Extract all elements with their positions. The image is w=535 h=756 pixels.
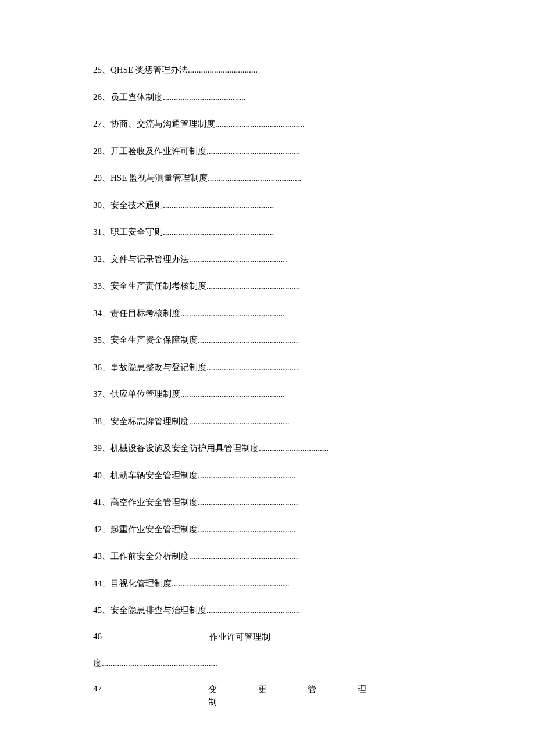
toc-dots: ........................................… bbox=[172, 579, 290, 588]
toc-title: HSE 监视与测量管理制度 bbox=[110, 173, 208, 182]
toc-title: 工作前安全分析制度 bbox=[110, 551, 189, 561]
toc-item: 41、高空作业安全管理制度...........................… bbox=[93, 496, 445, 508]
toc-title: 责任目标考核制度 bbox=[110, 309, 180, 318]
toc-dots: ........................................… bbox=[180, 389, 285, 399]
toc-dots: ........................................… bbox=[206, 146, 300, 156]
toc-item: 36、事故隐患整改与登记制度..........................… bbox=[93, 361, 445, 374]
toc-num: 30、 bbox=[93, 200, 110, 210]
toc-item: 39、机械设备设施及安全防护用具管理制度....................… bbox=[93, 442, 445, 454]
toc-dots: ...................................... bbox=[163, 92, 246, 102]
toc-title: 文件与记录管理办法 bbox=[110, 255, 189, 264]
toc-dots: ................................ bbox=[188, 65, 258, 74]
toc-num: 43、 bbox=[93, 551, 110, 561]
toc-dots: ........................................… bbox=[163, 200, 274, 210]
toc-item-46-cont: 度.......................................… bbox=[93, 657, 445, 669]
toc-title: 安全隐患排查与治理制度 bbox=[110, 605, 206, 615]
toc-title: 作业许可管理制 bbox=[209, 632, 270, 643]
toc-num: 26、 bbox=[93, 92, 110, 102]
toc-dots: ........................................… bbox=[180, 309, 285, 318]
toc-dots: ........................................… bbox=[198, 497, 298, 507]
toc-item: 43、工作前安全分析制度............................… bbox=[93, 550, 445, 562]
toc-dots: ........................................… bbox=[206, 281, 300, 291]
toc-item: 34、责任目标考核制度.............................… bbox=[93, 307, 445, 320]
toc-item: 25、QHSE 奖惩管理办法..........................… bbox=[93, 64, 445, 76]
toc-item: 28、开工验收及作业许可制度..........................… bbox=[93, 145, 445, 157]
toc-item: 32、文件与记录管理办法............................… bbox=[93, 253, 445, 266]
toc-item: 33、安全生产责任制考核制度..........................… bbox=[93, 280, 445, 292]
toc-item: 38、安全标志牌管理制度............................… bbox=[93, 415, 445, 428]
toc-num: 27、 bbox=[93, 119, 110, 128]
toc-item: 40、机动车辆安全管理制度...........................… bbox=[93, 470, 445, 482]
toc-title: 供应单位管理制度 bbox=[110, 389, 180, 399]
toc-char: 理 bbox=[358, 684, 408, 695]
toc-num: 41、 bbox=[93, 497, 110, 507]
toc-num: 37、 bbox=[93, 389, 110, 399]
toc-num: 39、 bbox=[93, 443, 110, 453]
toc-dots: ........................................… bbox=[198, 335, 298, 345]
toc-title: 目视化管理制度 bbox=[110, 579, 172, 588]
toc-item: 30、安全技术通则...............................… bbox=[93, 199, 445, 212]
toc-num: 32、 bbox=[93, 255, 110, 264]
toc-item: 26、员工查体制度...............................… bbox=[93, 91, 445, 103]
toc-num: 45、 bbox=[93, 605, 110, 615]
toc-dots: ........................................… bbox=[189, 551, 298, 561]
toc-item: 29、HSE 监视与测量管理制度........................… bbox=[93, 172, 445, 184]
toc-char: 管 bbox=[308, 684, 358, 695]
toc-item: 31、职工安全守则...............................… bbox=[93, 226, 445, 238]
toc-dots: ........................................… bbox=[206, 605, 300, 615]
toc-dots: ........................................… bbox=[102, 658, 217, 668]
toc-dots: ................................ bbox=[259, 443, 329, 453]
toc-num: 44、 bbox=[93, 579, 110, 588]
toc-dots: ........................................… bbox=[189, 417, 290, 426]
toc-title: 协商、交流与沟通管理制度 bbox=[110, 119, 215, 128]
toc-num: 36、 bbox=[93, 363, 110, 372]
toc-num: 34、 bbox=[93, 309, 110, 318]
toc-char: 变 bbox=[208, 684, 258, 695]
toc-dots: ........................................… bbox=[189, 255, 287, 264]
toc-title: 开工验收及作业许可制度 bbox=[110, 146, 206, 156]
toc-title: 职工安全守则 bbox=[110, 227, 163, 237]
toc-num: 46 bbox=[93, 632, 102, 643]
toc-item: 44、目视化管理制度..............................… bbox=[93, 578, 445, 590]
toc-num: 28、 bbox=[93, 146, 110, 156]
toc-dots: ........................................… bbox=[208, 173, 301, 182]
toc-title: 起重作业安全管理制度 bbox=[110, 525, 198, 534]
toc-item: 27、协商、交流与沟通管理制度.........................… bbox=[93, 118, 445, 130]
toc-title-cont: 度 bbox=[93, 658, 102, 668]
toc-num: 25、 bbox=[93, 65, 110, 74]
toc-title: QHSE 奖惩管理办法 bbox=[110, 65, 188, 74]
toc-char: 更 bbox=[258, 684, 308, 695]
toc-dots: ........................................… bbox=[198, 525, 296, 534]
toc-num: 35、 bbox=[93, 335, 110, 345]
toc-title: 高空作业安全管理制度 bbox=[110, 497, 198, 507]
toc-title: 安全标志牌管理制度 bbox=[110, 417, 189, 426]
toc-container: 25、QHSE 奖惩管理办法..........................… bbox=[93, 64, 445, 708]
toc-item: 45、安全隐患排查与治理制度..........................… bbox=[93, 604, 445, 617]
toc-char: 制 bbox=[208, 697, 217, 707]
toc-title: 员工查体制度 bbox=[110, 92, 163, 102]
toc-title: 安全生产责任制考核制度 bbox=[110, 281, 206, 291]
toc-title: 安全技术通则 bbox=[110, 200, 163, 210]
toc-num: 29、 bbox=[93, 173, 110, 182]
toc-item: 37、供应单位管理制度.............................… bbox=[93, 388, 445, 400]
toc-title: 机械设备设施及安全防护用具管理制度 bbox=[110, 443, 259, 453]
toc-dots: ........................................… bbox=[206, 363, 300, 372]
toc-item: 42、起重作业安全管理制度...........................… bbox=[93, 524, 445, 536]
toc-num: 33、 bbox=[93, 281, 110, 291]
toc-num: 47 bbox=[93, 684, 208, 695]
toc-dots: ........................................… bbox=[215, 119, 305, 128]
toc-item-46: 46 作业许可管理制 bbox=[93, 632, 445, 643]
toc-item: 35、安全生产资金保障制度...........................… bbox=[93, 334, 445, 346]
toc-dots: ........................................… bbox=[198, 471, 296, 480]
toc-item-47: 47 变 更 管 理 制 bbox=[93, 684, 445, 708]
toc-title: 事故隐患整改与登记制度 bbox=[110, 363, 206, 372]
toc-num: 31、 bbox=[93, 227, 110, 237]
toc-num: 40、 bbox=[93, 471, 110, 480]
toc-title: 安全生产资金保障制度 bbox=[110, 335, 198, 345]
toc-num: 38、 bbox=[93, 417, 110, 426]
toc-dots: ........................................… bbox=[163, 227, 274, 237]
toc-title: 机动车辆安全管理制度 bbox=[110, 471, 198, 480]
toc-num: 42、 bbox=[93, 525, 110, 534]
